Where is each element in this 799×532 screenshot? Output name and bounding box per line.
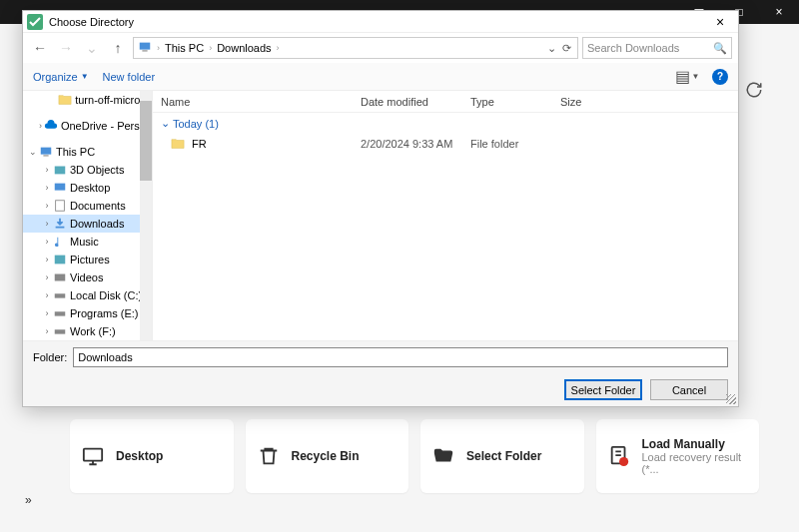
card-desktop[interactable]: Desktop bbox=[70, 419, 234, 493]
column-date[interactable]: Date modified bbox=[353, 96, 462, 108]
chevron-right-icon: › bbox=[154, 43, 163, 53]
folder3d-icon bbox=[53, 163, 67, 177]
tree-twist-icon: › bbox=[41, 290, 53, 300]
tree-twist-icon: › bbox=[41, 201, 53, 211]
tree-item[interactable]: ›Music bbox=[23, 233, 152, 251]
refresh-breadcrumb-button[interactable]: ⟳ bbox=[562, 42, 571, 55]
view-options-button[interactable]: ▤▼ bbox=[676, 66, 698, 88]
close-app-button[interactable]: × bbox=[759, 0, 799, 24]
tree-item[interactable]: ⌄This PC bbox=[23, 143, 152, 161]
tree-twist-icon: ⌄ bbox=[27, 147, 39, 157]
tree-item-label: Videos bbox=[70, 271, 103, 283]
svg-rect-7 bbox=[43, 156, 48, 157]
organize-menu[interactable]: Organize▼ bbox=[33, 71, 89, 83]
folder-input-row: Folder: bbox=[23, 340, 738, 373]
tree-item[interactable]: ›Videos bbox=[23, 268, 152, 286]
svg-rect-15 bbox=[55, 329, 66, 333]
card-title: Recycle Bin bbox=[292, 449, 360, 463]
tree-twist-icon: › bbox=[41, 165, 53, 175]
tree-item[interactable]: ›Local Disk (C:) bbox=[23, 286, 152, 304]
svg-point-2 bbox=[619, 457, 628, 466]
search-input[interactable]: Search Downloads 🔍 bbox=[582, 37, 732, 59]
breadcrumb-segment[interactable]: Downloads bbox=[215, 42, 273, 54]
drive-icon bbox=[53, 288, 67, 302]
select-folder-button[interactable]: Select Folder bbox=[564, 379, 642, 400]
group-label: Today (1) bbox=[173, 118, 219, 130]
refresh-icon[interactable] bbox=[744, 80, 764, 100]
svg-rect-10 bbox=[56, 201, 65, 212]
file-row[interactable]: FR2/20/2024 9:33 AMFile folder bbox=[153, 134, 738, 153]
download-icon bbox=[53, 217, 67, 231]
tree-item[interactable]: ›Pictures bbox=[23, 251, 152, 268]
tree-item[interactable]: turn-off-microso bbox=[23, 91, 152, 109]
tree-item[interactable]: ›Downloads bbox=[23, 215, 152, 233]
card-title: Load Manually bbox=[642, 437, 748, 451]
file-date: 2/20/2024 9:33 AM bbox=[361, 138, 470, 150]
breadcrumb-dropdown-icon[interactable]: ⌄ bbox=[547, 42, 556, 55]
pc-icon bbox=[136, 40, 154, 56]
breadcrumb[interactable]: › This PC › Downloads › ⌄ ⟳ bbox=[133, 37, 578, 59]
tree-item[interactable]: ›Programs (E:) bbox=[23, 304, 152, 322]
desktop-icon bbox=[53, 181, 67, 195]
dialog-buttons: Select Folder Cancel bbox=[23, 373, 738, 406]
folder-name-input[interactable] bbox=[73, 347, 728, 367]
desktop-icon bbox=[82, 445, 104, 467]
svg-rect-9 bbox=[55, 184, 66, 191]
tree-item[interactable]: ›OneDrive - Person bbox=[23, 117, 152, 135]
file-type: File folder bbox=[470, 138, 560, 150]
tree-item-label: Desktop bbox=[70, 182, 110, 194]
new-folder-button[interactable]: New folder bbox=[103, 71, 156, 83]
search-icon: 🔍 bbox=[713, 42, 727, 55]
up-button[interactable]: ↑ bbox=[107, 37, 129, 59]
forward-button[interactable]: → bbox=[55, 37, 77, 59]
navigation-row: ← → ⌄ ↑ › This PC › Downloads › ⌄ ⟳ Sear… bbox=[23, 33, 738, 63]
tree-item-label: Local Disk (C:) bbox=[70, 289, 142, 301]
column-size[interactable]: Size bbox=[552, 96, 612, 108]
pics-icon bbox=[53, 253, 67, 266]
folder-open-icon bbox=[432, 445, 454, 467]
tree-item-label: This PC bbox=[56, 146, 95, 158]
card-recycle-bin[interactable]: Recycle Bin bbox=[246, 419, 409, 493]
tree-twist-icon: › bbox=[41, 183, 53, 193]
svg-rect-13 bbox=[55, 293, 66, 297]
tree-sidebar: turn-off-microso›OneDrive - Person⌄This … bbox=[23, 91, 153, 340]
tree-item[interactable]: ›Work (F:) bbox=[23, 322, 152, 340]
svg-rect-8 bbox=[55, 167, 66, 175]
card-select-folder[interactable]: Select Folder bbox=[420, 419, 584, 493]
choose-directory-dialog: Choose Directory × ← → ⌄ ↑ › This PC › D… bbox=[22, 10, 739, 407]
group-today[interactable]: ⌄ Today (1) bbox=[153, 113, 738, 134]
chevron-right-icon: › bbox=[206, 43, 215, 53]
column-type[interactable]: Type bbox=[462, 96, 552, 108]
file-list: Name Date modified Type Size ⌄ Today (1)… bbox=[153, 91, 738, 340]
resize-grip[interactable] bbox=[726, 394, 736, 404]
column-name[interactable]: Name bbox=[153, 96, 353, 108]
tree-item-label: Work (F:) bbox=[70, 325, 116, 337]
help-button[interactable]: ? bbox=[712, 69, 728, 85]
card-load-manually[interactable]: Load Manually Load recovery result (*... bbox=[596, 419, 760, 493]
tree-twist-icon: › bbox=[41, 237, 53, 247]
scrollbar-thumb[interactable] bbox=[140, 101, 152, 181]
folder-icon bbox=[58, 93, 72, 107]
expand-sidebar-button[interactable]: » bbox=[25, 493, 32, 507]
back-button[interactable]: ← bbox=[29, 37, 51, 59]
tree-twist-icon: › bbox=[41, 219, 53, 229]
tree-item-label: Music bbox=[70, 236, 99, 248]
tree-item-label: Documents bbox=[70, 200, 126, 212]
music-icon bbox=[53, 235, 67, 249]
dialog-title: Choose Directory bbox=[49, 16, 706, 28]
recent-dropdown[interactable]: ⌄ bbox=[81, 37, 103, 59]
sidebar-scrollbar[interactable] bbox=[140, 91, 152, 340]
dialog-titlebar: Choose Directory × bbox=[23, 11, 738, 33]
svg-rect-14 bbox=[55, 311, 66, 315]
tree-item[interactable]: ›Desktop bbox=[23, 179, 152, 197]
tree-item[interactable]: ›3D Objects bbox=[23, 161, 152, 179]
close-dialog-button[interactable]: × bbox=[706, 12, 734, 32]
tree-item-label: Downloads bbox=[70, 218, 124, 230]
toolbar: Organize▼ New folder ▤▼ ? bbox=[23, 63, 738, 91]
tree-twist-icon: › bbox=[41, 255, 53, 265]
cancel-button[interactable]: Cancel bbox=[650, 379, 728, 400]
tree-twist-icon: › bbox=[37, 121, 44, 131]
tree-item[interactable]: ›Documents bbox=[23, 197, 152, 215]
tree-item-label: 3D Objects bbox=[70, 164, 124, 176]
breadcrumb-segment[interactable]: This PC bbox=[163, 42, 206, 54]
